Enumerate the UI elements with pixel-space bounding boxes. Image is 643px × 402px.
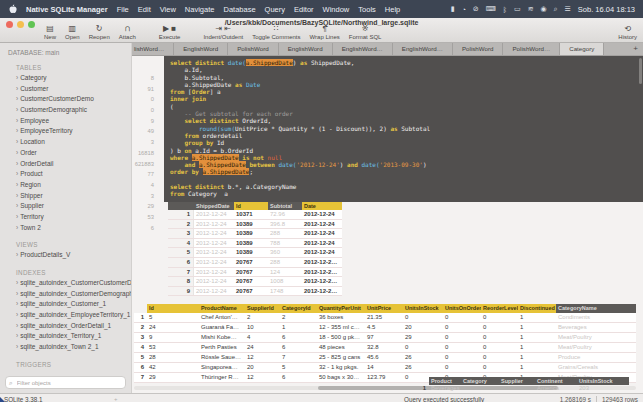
menu-query[interactable]: Query (265, 5, 285, 14)
column-header-supplier[interactable]: Supplier (499, 377, 535, 385)
sidebar-item-customercustomerdemo[interactable]: ›CustomerCustomerDemo (0, 94, 131, 105)
column-header-productname[interactable]: ProductName (199, 304, 245, 313)
apple-menu-icon[interactable] (8, 4, 17, 14)
table-row[interactable]: 224Guaraná Fa…10112 - 355 ml c…4.520001B… (134, 323, 636, 333)
column-header-supplierid[interactable]: SupplierId (245, 304, 280, 313)
table-row[interactable]: 1BeveragesAmerica203 (419, 385, 629, 393)
column-header-id[interactable]: Id (147, 304, 199, 313)
sidebar-item-order[interactable]: ›Order (0, 148, 131, 159)
column-header-continent[interactable]: Continent (535, 377, 577, 385)
section-tables[interactable]: TABLES (16, 64, 131, 71)
tab-englishword-3[interactable]: EnglishWord (279, 43, 333, 55)
sidebar-item-productdetails-v[interactable]: ›ProductDetails_V (0, 250, 131, 261)
attach-button[interactable]: ⊂Attach (119, 24, 136, 40)
table-row[interactable]: 42012-12-24103897882012-12-24 (168, 239, 342, 249)
column-header-id[interactable]: Id (234, 202, 268, 210)
column-header-categoryname[interactable]: CategoryName (556, 304, 636, 313)
reopen-button[interactable]: ↻Reopen (89, 24, 110, 40)
editor-scrollbar-thumb[interactable] (639, 58, 642, 84)
sidebar-item-town-2[interactable]: ›Town 2 (0, 223, 131, 234)
menu-navigate[interactable]: Navigate (185, 5, 215, 14)
column-header-quantityperunit[interactable]: QuantityPerUnit (317, 304, 365, 313)
keyboard-icon[interactable]: ⌨ (486, 5, 496, 13)
table-row[interactable]: 72012-12-24207671242012-12-2… (168, 268, 342, 278)
section-triggers[interactable]: TRIGGERS (16, 361, 131, 368)
menu-window[interactable]: Window (323, 5, 350, 14)
tab-lishword-0[interactable]: lishWord… (132, 43, 174, 55)
table-row[interactable]: 62012-12-24207672882012-12-2… (168, 258, 342, 268)
new-tab-button[interactable]: + (628, 43, 643, 55)
menu-tools[interactable]: Tools (358, 5, 376, 14)
sidebar-item-customerdemographic[interactable]: ›CustomerDemographic (0, 105, 131, 116)
column-header-categoryid[interactable]: CategoryId (280, 304, 317, 313)
filter-objects-input[interactable] (15, 379, 122, 387)
toggle-comments-button[interactable]: ∷Toggle Comments (252, 24, 300, 40)
table-row[interactable]: 32012-12-24103892882012-12-24 (168, 229, 342, 239)
sidebar-item-region[interactable]: ›Region (0, 180, 131, 191)
table-row[interactable]: 15Chef Anton'…2236 boxes21.350001Condime… (134, 313, 636, 323)
bluetooth-icon[interactable]: ᛒ (503, 6, 507, 13)
sidebar-item-sqlite-autoindex-territory-1[interactable]: ›sqlite_autoindex_Territory_1 (0, 331, 131, 342)
sql-editor[interactable]: select distinct date(a.ShippedDate) as S… (164, 56, 643, 202)
column-header-unitsonorder[interactable]: UnitsOnOrder (443, 304, 481, 313)
sidebar-item-sqlite-autoindex-employeeterritory-1[interactable]: ›sqlite_autoindex_EmployeeTerritory_1 (0, 310, 131, 321)
history-button[interactable]: ⟲History (618, 24, 637, 40)
execute-button[interactable]: ▶■Execute (159, 24, 181, 40)
sidebar-item-location[interactable]: ›Location (0, 137, 131, 148)
table-row[interactable]: 642Singaporea…20532 - 1 kg pkgs.1426001G… (134, 363, 636, 373)
sidebar-item-category[interactable]: ›Category (0, 73, 131, 84)
menu-edit[interactable]: Edit (138, 5, 151, 14)
sidebar-item-employee[interactable]: ›Employee (0, 116, 131, 127)
table-row[interactable]: 12012-12-241037172.962012-12-24 (168, 210, 342, 220)
wrap-lines-button[interactable]: ¶Wrap Lines (310, 24, 340, 40)
tab-englishword-1[interactable]: EnglishWord (174, 43, 228, 55)
tab-category-8[interactable]: Category (560, 43, 604, 55)
menu-extra-icon[interactable]: ☰ (565, 5, 571, 13)
table-row[interactable]: 22012-12-2410389396.82012-12-24 (168, 220, 342, 230)
spotlight-icon[interactable]: ⌕ (554, 5, 558, 13)
menu-file[interactable]: File (117, 5, 129, 14)
sidebar-item-sqlite-autoindex-customerdemographic-1[interactable]: ›sqlite_autoindex_CustomerDemographic_1 (0, 289, 131, 300)
sidebar-item-sqlite-autoindex-orderdetail-1[interactable]: ›sqlite_autoindex_OrderDetail_1 (0, 321, 131, 332)
sidebar-item-sqlite-autoindex-town-2-1[interactable]: ›sqlite_autoindex_Town 2_1 (0, 342, 131, 353)
sidebar-item-supplier[interactable]: ›Supplier (0, 201, 131, 212)
sidebar-item-sqlite-autoindex-customer-1[interactable]: ›sqlite_autoindex_Customer_1 (0, 299, 131, 310)
sidebar-item-orderdetail[interactable]: ›OrderDetail (0, 159, 131, 170)
notifications-off-icon[interactable]: ⊘ (473, 5, 479, 13)
table-row[interactable]: 92012-12-242076717482012-12-2… (168, 287, 342, 297)
column-header-shippeddate[interactable]: ShippedDate (194, 202, 234, 210)
splitter-handle-icon[interactable]: + (114, 396, 118, 402)
column-header-product[interactable]: Product (429, 377, 461, 385)
sidebar-item-employeeterritory[interactable]: ›EmployeeTerritory (0, 126, 131, 137)
menu-clock[interactable]: Sob. 16.04 18:13 (578, 5, 635, 14)
tab-englishword-4[interactable]: EnglishWord… (333, 43, 393, 55)
sidebar-item-customer[interactable]: ›Customer (0, 84, 131, 95)
user-icon[interactable]: ◉ (541, 5, 547, 13)
table-row[interactable]: 82012-12-242076710082012-12-2… (168, 277, 342, 287)
tab-polishword-2[interactable]: PolishWord (228, 43, 279, 55)
sidebar-item-shipper[interactable]: ›Shipper (0, 191, 131, 202)
tab-englishword-5[interactable]: EnglishWord… (393, 43, 453, 55)
column-header-subtotal[interactable]: Subtotal (268, 202, 302, 210)
table-row[interactable]: 39Mishi Kobe…4618 - 500 g pk…9729001Meat… (134, 333, 636, 343)
column-header-category[interactable]: Category (461, 377, 499, 385)
menu-database[interactable]: Database (223, 5, 255, 14)
open-button[interactable]: ▥Open (65, 24, 80, 40)
new-button[interactable]: ▤New (44, 24, 56, 40)
column-header-unitsinstock[interactable]: UnitsInStock (403, 304, 443, 313)
column-header-date[interactable]: Date (302, 202, 342, 210)
sidebar-item-territory[interactable]: ›Territory (0, 212, 131, 223)
column-header-unitprice[interactable]: UnitPrice (365, 304, 403, 313)
menu-view[interactable]: View (160, 5, 176, 14)
indent-outdent-button[interactable]: ⇥⇤Indent/Outdent (203, 24, 243, 40)
battery-icon[interactable]: ▭ (514, 5, 521, 13)
menu-editor[interactable]: Editor (294, 5, 314, 14)
table-row[interactable]: 453Perth Pasties24648 pieces32.80001Meat… (134, 343, 636, 353)
section-views[interactable]: VIEWS (16, 241, 131, 248)
wifi-icon[interactable]: ≋ (528, 5, 534, 13)
sidebar-item-product[interactable]: ›Product (0, 169, 131, 180)
table-row[interactable]: 528Rössle Saue…12725 - 825 g cans45.6260… (134, 353, 636, 363)
section-indexes[interactable]: INDEXES (16, 269, 131, 276)
menu-app-name[interactable]: Native SQLite Manager (26, 5, 108, 14)
column-header-reorderlevel[interactable]: ReorderLevel (481, 304, 518, 313)
